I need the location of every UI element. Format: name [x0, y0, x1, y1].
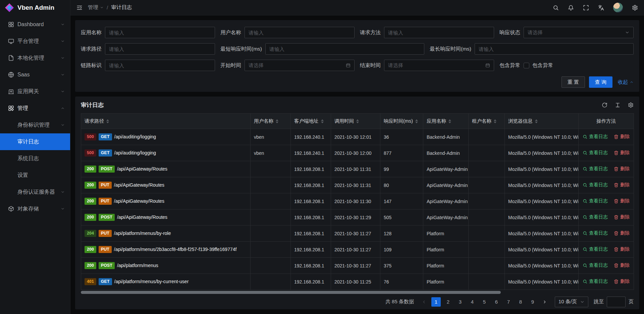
settings-icon[interactable] — [632, 5, 638, 11]
sidebar-item-dashboard[interactable]: Dashboard — [0, 16, 70, 33]
page-button-7[interactable]: 7 — [504, 297, 513, 307]
filter-input-user-name[interactable] — [245, 27, 355, 38]
view-log-button[interactable]: 查看日志 — [583, 278, 608, 285]
page-button-2[interactable]: 2 — [443, 297, 453, 307]
next-page-button[interactable] — [540, 297, 549, 307]
scrollbar-thumb[interactable] — [81, 291, 501, 294]
column-header[interactable]: 客户端地址 — [291, 114, 331, 129]
row-height-icon[interactable] — [615, 102, 621, 108]
filter-input-trace-id[interactable] — [105, 60, 215, 71]
sidebar-item-platform[interactable]: 平台管理 — [0, 33, 70, 50]
cell-actions: 查看日志删除 — [579, 145, 634, 161]
sidebar-item-management[interactable]: 管理 — [0, 100, 70, 117]
page-button-4[interactable]: 4 — [468, 297, 477, 307]
reset-button[interactable]: 重 置 — [561, 76, 585, 88]
page-button-1[interactable]: 1 — [431, 297, 441, 307]
sort-icons[interactable] — [535, 119, 538, 123]
avatar[interactable] — [613, 3, 623, 12]
topbar: 管理 / 审计日志 — [70, 0, 644, 15]
menu-fold-icon[interactable] — [76, 5, 83, 11]
view-log-button[interactable]: 查看日志 — [583, 246, 608, 252]
filter-date-start-time[interactable]: 请选择 — [245, 60, 355, 71]
sort-icons[interactable] — [448, 119, 451, 123]
delete-button[interactable]: 删除 — [614, 246, 630, 252]
column-header[interactable]: 响应时间(ms) — [380, 114, 423, 129]
sort-icons[interactable] — [356, 119, 359, 123]
filter-input-max-elapsed[interactable] — [475, 43, 634, 55]
view-log-button[interactable]: 查看日志 — [583, 166, 608, 172]
page-button-8[interactable]: 8 — [516, 297, 525, 307]
sidebar-item-object-storage[interactable]: 对象存储 — [0, 200, 70, 217]
sidebar-item-settings[interactable]: 设置 — [0, 167, 70, 184]
method-badge: PUT — [99, 246, 112, 253]
sidebar-item-audit-log[interactable]: 审计日志 — [0, 133, 70, 150]
page-size-select[interactable]: 10 条/页 — [555, 297, 588, 307]
filter-date-end-time[interactable]: 请选择 — [384, 60, 494, 71]
breadcrumb-item-management[interactable]: 管理 — [88, 4, 104, 11]
view-log-button[interactable]: 查看日志 — [583, 150, 608, 156]
refresh-icon[interactable] — [602, 102, 607, 108]
cell-user-name — [251, 242, 291, 258]
delete-button[interactable]: 删除 — [614, 278, 630, 285]
cell-actions: 查看日志删除 — [579, 226, 634, 242]
cell-call-time: 2021-10-30 11:31 — [331, 161, 380, 177]
delete-button[interactable]: 删除 — [614, 134, 630, 140]
app-logo[interactable]: Vben Admin — [0, 0, 70, 15]
page-button-5[interactable]: 5 — [480, 297, 489, 307]
collapse-link[interactable]: 收起 — [618, 79, 634, 85]
cell-client-ip: 192.168.208.1 — [291, 193, 331, 209]
column-header[interactable]: 应用名称 — [423, 114, 469, 129]
filter-input-request-method[interactable] — [384, 27, 494, 38]
jump-page-input[interactable] — [607, 297, 626, 307]
filter-checkbox-has-exception[interactable] — [524, 63, 529, 68]
filter-input-app-name[interactable] — [105, 27, 215, 38]
delete-button[interactable]: 删除 — [614, 182, 630, 188]
sort-icons[interactable] — [494, 119, 496, 123]
view-log-button[interactable]: 查看日志 — [583, 198, 608, 204]
filter-select-response-status[interactable]: 请选择 — [524, 27, 634, 38]
cell-app-name: ApiGateWay-Admin — [423, 177, 469, 193]
delete-button[interactable]: 删除 — [614, 198, 630, 204]
sidebar-item-app-gateway[interactable]: 应用网关 — [0, 83, 70, 100]
column-header[interactable]: 浏览器信息 — [505, 114, 579, 129]
filter-input-request-path[interactable] — [105, 43, 215, 55]
sidebar-item-saas[interactable]: Saas — [0, 66, 70, 83]
column-settings-icon[interactable] — [628, 102, 634, 108]
sidebar-item-system-log[interactable]: 系统日志 — [0, 150, 70, 167]
delete-button[interactable]: 删除 — [614, 230, 630, 236]
search-button[interactable]: 查 询 — [589, 76, 612, 88]
translate-icon[interactable] — [598, 5, 604, 11]
page-button-6[interactable]: 6 — [492, 297, 501, 307]
delete-button[interactable]: 删除 — [614, 150, 630, 156]
management-icon — [8, 105, 14, 111]
prev-page-button[interactable] — [419, 297, 429, 307]
page-button-9[interactable]: 9 — [528, 297, 537, 307]
sort-icons[interactable] — [321, 119, 324, 123]
search-icon[interactable] — [553, 5, 559, 11]
page-button-3[interactable]: 3 — [455, 297, 465, 307]
sidebar-item-auth-server[interactable]: 身份认证服务器 — [0, 184, 70, 200]
view-log-button[interactable]: 查看日志 — [583, 134, 608, 140]
view-log-button[interactable]: 查看日志 — [583, 230, 608, 236]
sidebar-item-localization[interactable]: 本地化管理 — [0, 50, 70, 66]
trash-icon — [614, 150, 619, 155]
column-header[interactable]: 租户名称 — [469, 114, 505, 129]
delete-button[interactable]: 删除 — [614, 214, 630, 220]
column-header[interactable]: 用户名称 — [251, 114, 291, 129]
pagination: 共 85 条数据 123456789 10 条/页 跳至 页 — [81, 294, 634, 309]
sidebar-item-identity-management[interactable]: 身份标识管理 — [0, 117, 70, 133]
delete-button[interactable]: 删除 — [614, 166, 630, 172]
filter-input-min-elapsed[interactable] — [265, 43, 424, 55]
view-log-button[interactable]: 查看日志 — [583, 214, 608, 220]
column-header[interactable]: 请求路径 — [81, 114, 251, 129]
sort-icons[interactable] — [106, 119, 109, 123]
delete-button[interactable]: 删除 — [614, 262, 630, 268]
view-log-button[interactable]: 查看日志 — [583, 182, 608, 188]
column-header[interactable]: 调用时间 — [331, 114, 380, 129]
notification-icon[interactable] — [568, 5, 574, 11]
view-log-button[interactable]: 查看日志 — [583, 262, 608, 268]
fullscreen-icon[interactable] — [583, 5, 589, 11]
main-area: 管理 / 审计日志 应用名称用户名称请求方法响应状态请选择请求路径最短响应时间(… — [70, 0, 644, 314]
sort-icons[interactable] — [415, 119, 418, 123]
sort-icons[interactable] — [276, 119, 278, 123]
